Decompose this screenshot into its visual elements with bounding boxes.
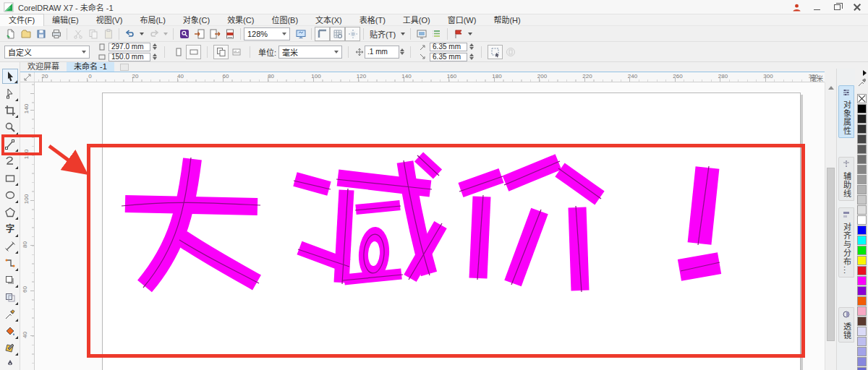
palette-swatch[interactable]: [857, 256, 867, 265]
palette-swatch[interactable]: [857, 205, 867, 215]
open-button[interactable]: [18, 27, 33, 41]
menu-item-10[interactable]: 窗口(W): [439, 14, 485, 26]
tab-untitled-1[interactable]: 未命名 -1: [67, 62, 114, 72]
duplicate-x-spinner[interactable]: [469, 43, 474, 50]
palette-swatch[interactable]: [857, 114, 867, 124]
account-button[interactable]: [787, 1, 806, 14]
polygon-tool[interactable]: [2, 205, 18, 220]
docker-tab-3[interactable]: 透镜: [838, 307, 854, 343]
zoom-tool[interactable]: [2, 120, 18, 135]
menu-item-11[interactable]: 帮助(H): [485, 14, 529, 26]
horizontal-ruler[interactable]: 毫米 2002040608010012014016018020022024026…: [35, 72, 825, 82]
palette-swatch[interactable]: [857, 367, 867, 370]
tab-welcome-screen[interactable]: 欢迎屏幕: [20, 62, 67, 72]
duplicate-y-spinner[interactable]: [469, 53, 474, 60]
options-button[interactable]: [414, 27, 429, 41]
undo-button[interactable]: [122, 27, 137, 41]
export-button[interactable]: [207, 27, 222, 41]
text-tool[interactable]: 字: [2, 222, 18, 237]
transparency-tool[interactable]: [2, 290, 18, 305]
menu-item-3[interactable]: 布局(L): [131, 14, 174, 26]
redo-dropdown[interactable]: [163, 33, 168, 35]
palette-swatch[interactable]: [857, 317, 867, 326]
palette-swatch[interactable]: [857, 185, 867, 194]
scrollbar-thumb[interactable]: [827, 168, 835, 341]
vertical-ruler[interactable]: 140120100806040: [20, 82, 35, 370]
palette-swatch[interactable]: [857, 134, 867, 144]
page-preset-combo[interactable]: 自定义: [4, 46, 90, 59]
snap-caret-icon[interactable]: [401, 33, 405, 35]
nudge-field[interactable]: .1 mm: [365, 46, 399, 59]
undo-dropdown[interactable]: [140, 33, 144, 35]
menu-item-1[interactable]: 编辑(E): [43, 14, 88, 26]
palette-swatch[interactable]: [857, 195, 867, 205]
launcher-caret-icon[interactable]: [468, 33, 472, 35]
crop-tool[interactable]: [2, 103, 18, 118]
welcome-screen-launcher-button[interactable]: [451, 27, 466, 41]
ruler-origin[interactable]: [20, 72, 35, 82]
search-content-button[interactable]: [176, 27, 192, 41]
menu-item-6[interactable]: 位图(B): [263, 14, 307, 26]
ellipse-tool[interactable]: [2, 188, 18, 203]
show-guidelines-toggle[interactable]: [345, 27, 360, 41]
palette-swatch[interactable]: [857, 155, 867, 164]
palette-swatch[interactable]: [857, 215, 867, 225]
drawing-canvas[interactable]: 大减价!: [35, 82, 825, 370]
new-document-button[interactable]: [3, 27, 18, 41]
palette-swatch[interactable]: [857, 104, 867, 113]
palette-swatch[interactable]: [857, 337, 867, 346]
close-button[interactable]: [848, 1, 867, 14]
page-height-field[interactable]: 150.0 mm: [109, 53, 150, 61]
connector-tool[interactable]: [2, 256, 18, 271]
palette-swatch[interactable]: [857, 347, 867, 356]
all-pages-button[interactable]: [213, 45, 229, 59]
palette-swatch[interactable]: [857, 306, 867, 316]
palette-swatch[interactable]: [857, 327, 867, 336]
interactive-fill-tool[interactable]: [2, 324, 18, 339]
page-height-spinner[interactable]: [153, 53, 157, 60]
docker-tab-1[interactable]: 辅助线: [838, 157, 854, 201]
page-width-field[interactable]: 297.0 mm: [109, 43, 150, 51]
snap-to-dropdown[interactable]: 贴齐(T): [367, 28, 399, 40]
palette-swatch[interactable]: [857, 175, 867, 184]
duplicate-y-field[interactable]: 6.35 mm: [430, 53, 467, 61]
minimize-propbar-button[interactable]: [503, 45, 518, 59]
paste-button[interactable]: [101, 27, 116, 41]
rectangle-tool[interactable]: [2, 171, 18, 186]
full-screen-preview-button[interactable]: [293, 27, 308, 41]
redo-button[interactable]: [146, 27, 161, 41]
palette-swatch[interactable]: [857, 296, 867, 306]
landscape-button[interactable]: [186, 45, 201, 59]
menu-item-5[interactable]: 效果(C): [218, 14, 263, 26]
show-grid-toggle[interactable]: [330, 27, 345, 41]
print-button[interactable]: [48, 27, 64, 41]
pick-tool[interactable]: [2, 69, 18, 84]
menu-item-0[interactable]: 文件(F): [0, 14, 43, 26]
minimize-button[interactable]: [807, 1, 826, 14]
palette-flyout-icon[interactable]: [863, 70, 867, 76]
docker-tab-0[interactable]: 对象属性: [838, 85, 854, 138]
publish-pdf-button[interactable]: [222, 27, 237, 41]
color-eyedropper-tool[interactable]: [2, 306, 18, 322]
scroll-up-icon[interactable]: [828, 86, 834, 90]
drop-shadow-tool[interactable]: [2, 272, 18, 288]
application-launcher-button[interactable]: [429, 27, 444, 41]
artistic-media-tool[interactable]: [2, 154, 18, 169]
show-rulers-toggle[interactable]: [315, 27, 330, 41]
palette-swatch[interactable]: [857, 266, 867, 275]
menu-item-7[interactable]: 文本(X): [307, 14, 351, 26]
current-page-button[interactable]: [229, 45, 244, 59]
treat-as-filled-button[interactable]: [488, 45, 503, 59]
portrait-button[interactable]: [171, 45, 186, 59]
menu-item-8[interactable]: 表格(T): [351, 14, 394, 26]
cut-button[interactable]: [70, 27, 85, 41]
parallel-dimension-tool[interactable]: [2, 238, 18, 254]
duplicate-x-field[interactable]: 6.35 mm: [430, 43, 467, 51]
vertical-scrollbar[interactable]: [825, 82, 836, 370]
units-combo[interactable]: 毫米: [278, 46, 342, 59]
palette-swatch[interactable]: [857, 357, 867, 366]
palette-swatch[interactable]: [857, 246, 867, 255]
menu-item-9[interactable]: 工具(O): [394, 14, 439, 26]
palette-swatch[interactable]: [857, 225, 867, 235]
new-tab-button[interactable]: [120, 64, 129, 71]
